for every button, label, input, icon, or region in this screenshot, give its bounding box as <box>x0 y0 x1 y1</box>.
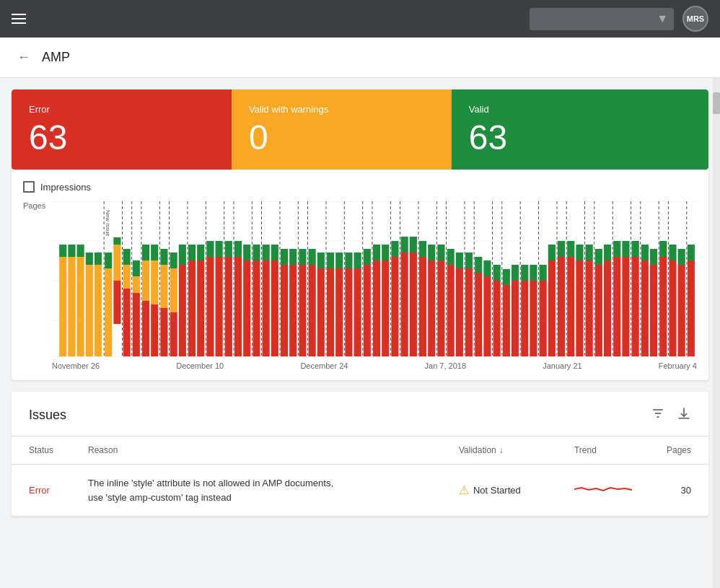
svg-rect-154 <box>548 260 556 356</box>
sort-icon[interactable]: ↓ <box>499 445 504 455</box>
top-navigation: ▼ MRS <box>0 0 720 38</box>
x-label-3: December 24 <box>300 361 348 370</box>
svg-rect-66 <box>234 257 242 356</box>
svg-rect-92 <box>327 268 334 356</box>
svg-rect-13 <box>68 245 75 257</box>
col-status: Status <box>12 436 71 465</box>
svg-rect-114 <box>401 237 408 253</box>
back-arrow-icon: ← <box>17 50 30 64</box>
svg-rect-85 <box>299 249 306 265</box>
svg-rect-102 <box>364 265 371 356</box>
svg-rect-81 <box>289 265 297 356</box>
chart-area: 160 120 80 40 0 <box>52 201 697 360</box>
svg-rect-118 <box>419 257 426 356</box>
svg-rect-166 <box>586 245 593 260</box>
svg-rect-143 <box>503 269 510 285</box>
svg-rect-87 <box>309 265 316 356</box>
svg-rect-41 <box>151 245 158 260</box>
svg-rect-29 <box>123 265 131 289</box>
svg-rect-190 <box>669 245 676 260</box>
svg-rect-48 <box>170 268 177 312</box>
svg-rect-184 <box>650 249 657 265</box>
col-validation: Validation ↓ <box>442 436 557 465</box>
svg-rect-194 <box>688 260 695 356</box>
issues-section: Issues <box>12 392 708 517</box>
svg-rect-150 <box>530 265 537 281</box>
svg-rect-116 <box>410 237 417 253</box>
impressions-toggle[interactable]: Impressions <box>23 181 697 193</box>
svg-rect-147 <box>521 281 528 356</box>
valid-card[interactable]: Valid 63 <box>452 89 708 170</box>
trend-chart <box>574 478 632 500</box>
svg-rect-79 <box>281 265 288 356</box>
error-card[interactable]: Error 63 <box>12 89 232 170</box>
svg-rect-84 <box>299 265 306 356</box>
svg-rect-58 <box>206 257 214 356</box>
svg-rect-19 <box>95 253 102 265</box>
row-status[interactable]: Error <box>29 485 50 496</box>
bar-chart: 160 120 80 40 0 <box>52 201 697 360</box>
svg-rect-182 <box>641 245 649 260</box>
svg-rect-160 <box>567 257 574 356</box>
svg-rect-94 <box>335 268 343 356</box>
svg-rect-110 <box>391 257 398 356</box>
svg-rect-63 <box>225 257 232 356</box>
trend-cell <box>557 465 649 517</box>
svg-rect-181 <box>641 260 649 356</box>
svg-rect-176 <box>622 241 629 257</box>
svg-rect-158 <box>558 241 565 257</box>
svg-rect-33 <box>133 276 140 293</box>
col-pages: Pages <box>649 436 708 465</box>
back-button[interactable]: ← <box>17 50 30 65</box>
svg-rect-131 <box>465 268 473 356</box>
svg-rect-34 <box>133 260 140 276</box>
issues-table: Status Reason Validation ↓ Trend Pages <box>12 436 708 517</box>
validation-cell: ⚠ Not Started <box>459 483 540 497</box>
svg-rect-165 <box>586 260 593 356</box>
svg-rect-39 <box>151 304 158 356</box>
scrollbar-thumb[interactable] <box>713 92 720 114</box>
impressions-checkbox[interactable] <box>23 181 35 193</box>
warning-label: Valid with warnings <box>249 104 434 115</box>
svg-rect-136 <box>483 276 491 356</box>
svg-rect-124 <box>437 245 444 260</box>
svg-rect-71 <box>253 260 260 356</box>
svg-rect-49 <box>170 253 177 268</box>
svg-rect-157 <box>558 257 565 356</box>
svg-rect-53 <box>188 260 196 356</box>
svg-rect-16 <box>86 265 93 356</box>
property-dropdown[interactable] <box>530 8 674 30</box>
svg-rect-173 <box>613 257 620 356</box>
svg-rect-10 <box>59 257 66 356</box>
row-reason: The inline 'style' attribute is not allo… <box>71 465 442 517</box>
page-header: ← AMP <box>0 38 720 78</box>
svg-rect-74 <box>263 260 270 356</box>
issues-actions <box>651 406 691 424</box>
svg-rect-76 <box>271 260 278 356</box>
svg-rect-68 <box>243 260 250 356</box>
error-value: 63 <box>29 120 214 155</box>
avatar[interactable]: MRS <box>682 6 708 32</box>
download-icon[interactable] <box>677 406 691 424</box>
svg-rect-168 <box>595 265 602 356</box>
col-trend: Trend <box>557 436 649 465</box>
svg-rect-142 <box>503 285 510 356</box>
warning-card[interactable]: Valid with warnings 0 <box>232 89 452 170</box>
svg-rect-126 <box>447 265 455 356</box>
svg-rect-171 <box>604 245 611 260</box>
menu-button[interactable] <box>12 14 26 24</box>
pages-count: 30 <box>681 485 691 496</box>
x-label-6: February 4 <box>659 361 697 370</box>
scrollbar-track[interactable] <box>713 78 720 588</box>
svg-rect-153 <box>540 265 547 281</box>
svg-rect-11 <box>59 245 66 257</box>
valid-value: 63 <box>469 120 691 155</box>
svg-rect-100 <box>354 253 361 268</box>
svg-rect-38 <box>142 245 149 260</box>
filter-icon[interactable] <box>651 406 665 424</box>
svg-rect-93 <box>327 253 334 268</box>
svg-rect-155 <box>548 245 556 260</box>
svg-rect-51 <box>179 245 186 265</box>
impressions-label: Impressions <box>40 182 91 193</box>
svg-rect-192 <box>678 249 685 265</box>
